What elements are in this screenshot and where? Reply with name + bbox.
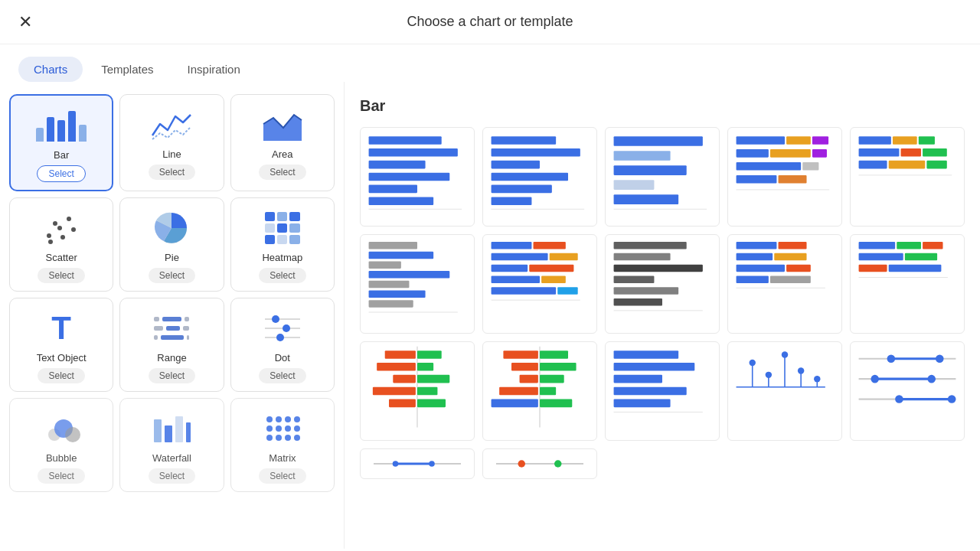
scatter-label: Scatter (46, 252, 77, 263)
svg-rect-104 (897, 242, 921, 249)
bar-label: Bar (54, 149, 69, 161)
svg-point-141 (749, 360, 755, 366)
svg-rect-99 (786, 265, 811, 272)
waterfall-select-button[interactable]: Select (149, 468, 195, 484)
preview-chart-10[interactable] (850, 234, 965, 334)
chart-type-waterfall[interactable]: Waterfall Select (119, 398, 224, 492)
dot-select-button[interactable]: Select (259, 368, 305, 383)
svg-rect-117 (417, 375, 449, 383)
tab-charts[interactable]: Charts (18, 57, 83, 82)
svg-rect-55 (737, 175, 777, 184)
line-select-button[interactable]: Select (149, 165, 195, 180)
svg-point-19 (276, 425, 282, 432)
svg-rect-12 (165, 425, 172, 442)
chart-type-heatmap[interactable]: Heatmap Select (230, 197, 335, 292)
svg-point-18 (266, 425, 273, 432)
svg-point-157 (927, 375, 936, 383)
text-object-label: Text Object (37, 352, 87, 364)
pie-select-button[interactable]: Select (149, 268, 195, 283)
svg-rect-130 (540, 387, 556, 396)
chart-type-pie[interactable]: Pie Select (119, 197, 224, 292)
svg-point-7 (276, 334, 284, 341)
scatter-chart-icon (38, 209, 84, 247)
preview-chart-16[interactable] (360, 448, 475, 479)
dot-label: Dot (275, 352, 290, 364)
preview-chart-7[interactable] (482, 234, 597, 334)
svg-rect-123 (503, 350, 537, 359)
svg-rect-71 (369, 271, 450, 279)
close-button[interactable]: ✕ (18, 12, 32, 32)
svg-rect-91 (614, 287, 679, 295)
preview-chart-4[interactable] (727, 127, 842, 227)
svg-rect-129 (499, 387, 538, 396)
chart-type-bubble[interactable]: Bubble Select (9, 398, 113, 492)
svg-point-160 (895, 395, 903, 403)
bubble-select-button[interactable]: Select (38, 468, 84, 484)
svg-rect-98 (737, 265, 785, 272)
heatmap-chart-icon (260, 209, 305, 247)
scatter-select-button[interactable]: Select (38, 268, 84, 283)
svg-rect-90 (614, 276, 655, 283)
svg-rect-115 (417, 363, 433, 371)
chart-type-text-object[interactable]: T Text Object Select (9, 298, 113, 392)
preview-chart-15[interactable] (850, 341, 965, 441)
text-object-select-button[interactable]: Select (38, 368, 84, 383)
svg-rect-29 (369, 161, 426, 169)
svg-rect-127 (520, 375, 538, 383)
svg-point-25 (294, 425, 300, 432)
svg-rect-135 (614, 375, 662, 383)
chart-type-line[interactable]: Line Select (119, 94, 224, 191)
preview-chart-17[interactable] (482, 448, 597, 479)
svg-rect-47 (737, 136, 785, 145)
matrix-select-button[interactable]: Select (259, 468, 305, 484)
preview-chart-3[interactable] (605, 127, 720, 227)
svg-rect-11 (154, 419, 162, 442)
tab-bar: Charts Templates Inspiration (0, 44, 980, 82)
svg-rect-58 (859, 136, 891, 145)
heatmap-select-button[interactable]: Select (259, 268, 305, 283)
svg-rect-39 (492, 197, 532, 205)
preview-chart-1[interactable] (360, 127, 475, 227)
svg-point-143 (766, 372, 772, 378)
bar-select-button[interactable]: Select (37, 165, 85, 182)
svg-rect-53 (737, 162, 802, 171)
svg-point-167 (518, 460, 526, 468)
svg-rect-109 (889, 265, 942, 272)
svg-rect-133 (614, 350, 679, 359)
heatmap-label: Heatmap (262, 252, 302, 263)
svg-rect-89 (614, 265, 703, 272)
preview-chart-6[interactable] (360, 234, 475, 334)
svg-rect-36 (492, 161, 540, 169)
preview-chart-5[interactable] (850, 127, 965, 227)
svg-rect-83 (541, 276, 566, 283)
svg-point-145 (782, 351, 788, 357)
preview-chart-11[interactable] (360, 341, 475, 441)
svg-rect-61 (859, 148, 900, 157)
chart-type-dot[interactable]: Dot Select (230, 298, 335, 392)
preview-chart-14[interactable] (727, 341, 842, 441)
svg-rect-48 (786, 136, 811, 145)
preview-chart-13[interactable] (605, 341, 720, 441)
svg-rect-87 (614, 242, 687, 249)
chart-type-range[interactable]: Range Select (119, 298, 224, 392)
svg-rect-105 (923, 242, 942, 249)
svg-rect-107 (905, 253, 937, 261)
preview-chart-8[interactable] (605, 234, 720, 334)
line-label: Line (162, 148, 181, 160)
chart-type-scatter[interactable]: Scatter Select (9, 197, 113, 292)
svg-rect-73 (369, 290, 426, 298)
preview-chart-9[interactable] (727, 234, 842, 334)
svg-point-168 (554, 460, 562, 468)
svg-rect-62 (901, 148, 921, 157)
area-select-button[interactable]: Select (259, 165, 305, 180)
chart-type-area[interactable]: Area Select (230, 94, 335, 191)
tab-templates[interactable]: Templates (86, 57, 168, 82)
preview-chart-12[interactable] (482, 341, 597, 441)
chart-type-bar[interactable]: Bar Select (9, 94, 113, 191)
range-select-button[interactable]: Select (149, 368, 195, 383)
preview-chart-2[interactable] (482, 127, 597, 227)
tab-inspiration[interactable]: Inspiration (172, 57, 256, 82)
chart-type-matrix[interactable]: Matrix Select (230, 398, 335, 492)
svg-point-153 (936, 354, 944, 363)
svg-rect-74 (369, 300, 413, 308)
